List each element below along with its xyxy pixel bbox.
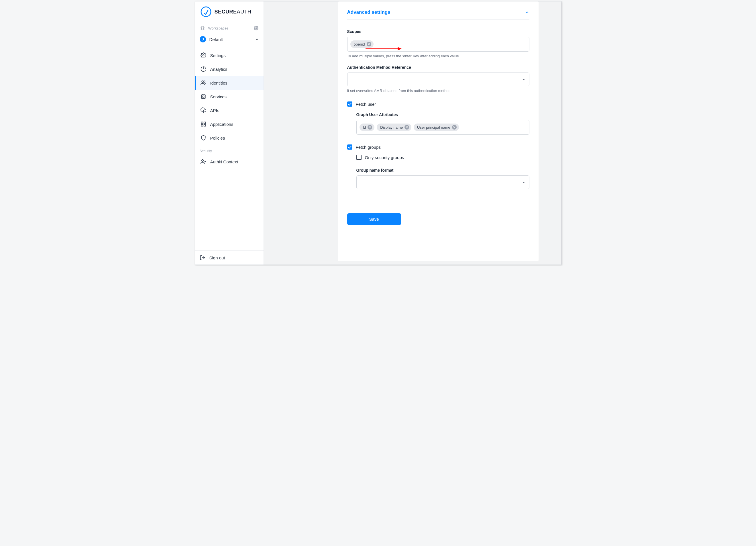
workspace-selector[interactable]: D Default [195, 33, 264, 47]
nav-label: AuthN Context [210, 159, 238, 164]
chip-openid: openid ✕ [350, 40, 374, 48]
nav-label: Settings [210, 53, 226, 58]
shield-icon [201, 135, 206, 141]
settings-icon [201, 52, 206, 58]
nav-label: Policies [210, 135, 225, 140]
workspace-name: Default [209, 37, 223, 42]
fetch-groups-sub: Only security groups Group name format [356, 155, 529, 189]
chip-remove-icon[interactable]: ✕ [367, 42, 371, 46]
save-button[interactable]: Save [347, 213, 401, 225]
main-area: Advanced settings Scopes openid ✕ To add… [264, 1, 561, 264]
nav-label: Identities [210, 80, 227, 85]
fetch-user-checkbox[interactable] [347, 101, 352, 107]
svg-point-0 [201, 7, 211, 17]
log-out-icon [200, 255, 205, 260]
fetch-user-row: Fetch user [347, 101, 529, 107]
scopes-helper: To add multiple values, press the 'enter… [347, 54, 529, 58]
only-security-label: Only security groups [365, 155, 404, 160]
nav-label: Services [210, 94, 227, 99]
grid-icon [201, 121, 206, 127]
svg-rect-18 [201, 125, 203, 126]
svg-point-19 [201, 160, 203, 162]
app-frame: SECUREAUTH Workspaces D Default Settings [195, 1, 561, 265]
chip-display-name: Display name ✕ [377, 123, 411, 131]
brand-bold: SECURE [215, 9, 237, 15]
users-icon [201, 80, 206, 86]
only-security-row: Only security groups [356, 155, 529, 160]
svg-rect-17 [204, 125, 205, 126]
sign-out-button[interactable]: Sign out [195, 250, 264, 264]
brand-thin: AUTH [237, 9, 252, 15]
amr-helper: If set overwrites AMR obtained from this… [347, 89, 529, 93]
brand-logo: SECUREAUTH [195, 1, 264, 23]
layers-icon [200, 26, 205, 30]
nav-analytics[interactable]: Analytics [195, 62, 264, 76]
gear-icon[interactable] [253, 26, 259, 30]
sidebar: SECUREAUTH Workspaces D Default Settings [195, 1, 264, 264]
svg-point-4 [202, 81, 204, 83]
workspace-badge: D [200, 36, 206, 42]
scopes-field: Scopes openid ✕ To add multiple values, … [347, 29, 529, 58]
svg-rect-5 [201, 95, 205, 98]
scopes-input[interactable]: openid ✕ [347, 37, 529, 52]
caret-down-icon [522, 79, 525, 80]
nav-services[interactable]: Services [195, 90, 264, 103]
chip-label: Id [363, 125, 366, 129]
nav-label: APIs [210, 108, 219, 113]
nav-settings[interactable]: Settings [195, 48, 264, 62]
fetch-user-sub: Graph User Attributes Id ✕ Display name … [356, 112, 529, 135]
svg-rect-6 [203, 96, 204, 97]
only-security-checkbox[interactable] [356, 155, 362, 160]
chip-remove-icon[interactable]: ✕ [452, 125, 457, 129]
brand-mark-icon [200, 6, 212, 17]
brand-name: SECUREAUTH [215, 9, 252, 15]
graph-attrs-input[interactable]: Id ✕ Display name ✕ User principal name … [356, 120, 529, 135]
sign-out-label: Sign out [209, 255, 225, 260]
chip-remove-icon[interactable]: ✕ [404, 125, 409, 129]
chevron-down-icon [255, 37, 259, 41]
caret-down-icon [522, 182, 525, 183]
group-name-format-label: Group name format [356, 168, 529, 172]
scopes-label: Scopes [347, 29, 529, 34]
fetch-user-label: Fetch user [356, 102, 376, 107]
primary-nav: Settings Analytics Identities Services A… [195, 47, 264, 250]
fetch-groups-row: Fetch groups [347, 144, 529, 150]
chip-label: User principal name [417, 125, 450, 129]
fetch-groups-label: Fetch groups [356, 145, 381, 150]
chip-upn: User principal name ✕ [414, 123, 459, 131]
settings-panel: Advanced settings Scopes openid ✕ To add… [338, 1, 539, 261]
chip-label: openid [354, 42, 365, 46]
nav-apis[interactable]: APIs [195, 103, 264, 117]
svg-point-2 [256, 27, 257, 29]
chip-remove-icon[interactable]: ✕ [368, 125, 372, 129]
nav-applications[interactable]: Applications [195, 117, 264, 131]
pie-chart-icon [201, 66, 206, 72]
amr-select[interactable] [347, 72, 529, 86]
svg-point-3 [203, 55, 204, 56]
amr-label: Authentication Method Reference [347, 65, 529, 70]
svg-marker-1 [201, 26, 204, 28]
security-section-label: Security [195, 145, 264, 155]
user-check-icon [201, 159, 206, 164]
chevron-up-icon [525, 10, 529, 15]
graph-attrs-label: Graph User Attributes [356, 112, 529, 117]
cpu-icon [201, 94, 206, 99]
advanced-settings-toggle[interactable]: Advanced settings [347, 9, 529, 19]
svg-rect-16 [204, 122, 205, 124]
cloud-lightning-icon [201, 107, 206, 113]
workspaces-header: Workspaces [195, 23, 264, 33]
amr-field: Authentication Method Reference If set o… [347, 65, 529, 93]
chip-id: Id ✕ [360, 123, 375, 131]
nav-identities[interactable]: Identities [195, 76, 264, 90]
nav-authn-context[interactable]: AuthN Context [195, 155, 264, 168]
workspaces-label: Workspaces [208, 26, 229, 30]
svg-rect-15 [201, 122, 203, 124]
nav-policies[interactable]: Policies [195, 131, 264, 145]
nav-label: Analytics [210, 67, 227, 72]
fetch-groups-checkbox[interactable] [347, 144, 352, 150]
chip-label: Display name [380, 125, 403, 129]
group-name-format-select[interactable] [356, 175, 529, 189]
nav-label: Applications [210, 122, 233, 127]
section-title: Advanced settings [347, 9, 390, 15]
